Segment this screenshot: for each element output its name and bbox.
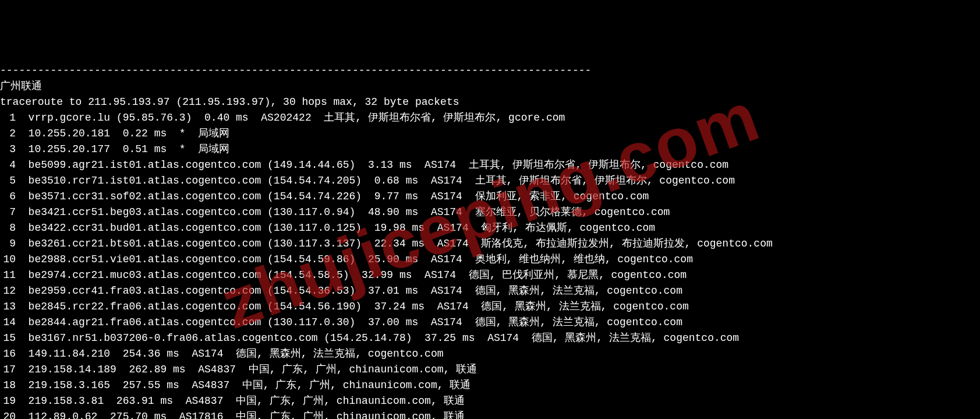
hop-detail: be3167.nr51.b037206-0.fra06.atlas.cogent… bbox=[16, 332, 739, 344]
hop-row: 10 be2988.ccr51.vie01.atlas.cogentco.com… bbox=[0, 252, 980, 267]
terminal-output: ----------------------------------------… bbox=[0, 63, 980, 419]
hop-number: 1 bbox=[0, 110, 16, 126]
hop-detail: be3421.ccr51.beg03.atlas.cogentco.com (1… bbox=[16, 206, 670, 218]
hop-detail: be5099.agr21.ist01.atlas.cogentco.com (1… bbox=[16, 159, 728, 171]
hop-row: 6 be3571.ccr31.sof02.atlas.cogentco.com … bbox=[0, 189, 980, 205]
hop-number: 15 bbox=[0, 330, 16, 346]
hop-number: 17 bbox=[0, 362, 16, 378]
hop-detail: be3510.rcr71.ist01.atlas.cogentco.com (1… bbox=[16, 175, 735, 186]
hop-row: 17 219.158.14.189 262.89 ms AS4837 中国, 广… bbox=[0, 362, 980, 378]
hop-detail: 10.255.20.177 0.51 ms * 局域网 bbox=[16, 143, 229, 155]
location-header: 广州联通 bbox=[0, 80, 42, 92]
hop-number: 8 bbox=[0, 220, 16, 236]
hop-detail: 219.158.3.81 263.91 ms AS4837 中国, 广东, 广州… bbox=[16, 395, 465, 407]
separator-line: ----------------------------------------… bbox=[0, 65, 591, 76]
hop-number: 9 bbox=[0, 236, 16, 252]
hop-row: 14 be2844.agr21.fra06.atlas.cogentco.com… bbox=[0, 315, 980, 330]
hop-number: 4 bbox=[0, 157, 16, 173]
hop-detail: be2974.ccr21.muc03.atlas.cogentco.com (1… bbox=[16, 269, 687, 281]
hop-number: 14 bbox=[0, 315, 16, 330]
hop-number: 2 bbox=[0, 126, 16, 142]
hop-number: 7 bbox=[0, 205, 16, 220]
hop-detail: be3422.ccr31.bud01.atlas.cogentco.com (1… bbox=[16, 222, 655, 234]
hop-row: 2 10.255.20.181 0.22 ms * 局域网 bbox=[0, 126, 980, 142]
hop-number: 5 bbox=[0, 173, 16, 189]
hop-detail: be2845.rcr22.fra06.atlas.cogentco.com (1… bbox=[16, 301, 689, 312]
hop-row: 1 vrrp.gcore.lu (95.85.76.3) 0.40 ms AS2… bbox=[0, 110, 980, 126]
hop-number: 11 bbox=[0, 267, 16, 283]
traceroute-header: traceroute to 211.95.193.97 (211.95.193.… bbox=[0, 96, 459, 108]
hop-row: 4 be5099.agr21.ist01.atlas.cogentco.com … bbox=[0, 157, 980, 173]
hop-row: 9 be3261.ccr21.bts01.atlas.cogentco.com … bbox=[0, 236, 980, 252]
hop-number: 6 bbox=[0, 189, 16, 205]
hop-detail: be2988.ccr51.vie01.atlas.cogentco.com (1… bbox=[16, 253, 693, 265]
hop-detail: vrrp.gcore.lu (95.85.76.3) 0.40 ms AS202… bbox=[16, 112, 565, 124]
hop-detail: 112.89.0.62 275.70 ms AS17816 中国, 广东, 广州… bbox=[16, 411, 465, 419]
hop-detail: be2959.ccr41.fra03.atlas.cogentco.com (1… bbox=[16, 285, 682, 297]
hop-row: 3 10.255.20.177 0.51 ms * 局域网 bbox=[0, 142, 980, 157]
hop-detail: be3261.ccr21.bts01.atlas.cogentco.com (1… bbox=[16, 238, 773, 249]
hop-detail: be2844.agr21.fra06.atlas.cogentco.com (1… bbox=[16, 316, 682, 328]
hop-number: 20 bbox=[0, 409, 16, 419]
hop-row: 19 219.158.3.81 263.91 ms AS4837 中国, 广东,… bbox=[0, 393, 980, 409]
hop-number: 3 bbox=[0, 142, 16, 157]
hop-row: 13 be2845.rcr22.fra06.atlas.cogentco.com… bbox=[0, 299, 980, 315]
hop-number: 18 bbox=[0, 378, 16, 393]
hop-row: 11 be2974.ccr21.muc03.atlas.cogentco.com… bbox=[0, 267, 980, 283]
hop-detail: 10.255.20.181 0.22 ms * 局域网 bbox=[16, 128, 229, 139]
hop-row: 7 be3421.ccr51.beg03.atlas.cogentco.com … bbox=[0, 205, 980, 220]
hop-row: 20 112.89.0.62 275.70 ms AS17816 中国, 广东,… bbox=[0, 409, 980, 419]
hop-detail: 219.158.14.189 262.89 ms AS4837 中国, 广东, … bbox=[16, 364, 477, 375]
hop-row: 16 149.11.84.210 254.36 ms AS174 德国, 黑森州… bbox=[0, 346, 980, 362]
hop-row: 5 be3510.rcr71.ist01.atlas.cogentco.com … bbox=[0, 173, 980, 189]
hop-number: 10 bbox=[0, 252, 16, 267]
hop-detail: 219.158.3.165 257.55 ms AS4837 中国, 广东, 广… bbox=[16, 379, 470, 391]
hop-number: 19 bbox=[0, 393, 16, 409]
hop-row: 15 be3167.nr51.b037206-0.fra06.atlas.cog… bbox=[0, 330, 980, 346]
hop-detail: be3571.ccr31.sof02.atlas.cogentco.com (1… bbox=[16, 191, 649, 202]
hop-number: 16 bbox=[0, 346, 16, 362]
hop-row: 8 be3422.ccr31.bud01.atlas.cogentco.com … bbox=[0, 220, 980, 236]
hop-number: 12 bbox=[0, 283, 16, 299]
hop-number: 13 bbox=[0, 299, 16, 315]
hop-detail: 149.11.84.210 254.36 ms AS174 德国, 黑森州, 法… bbox=[16, 348, 444, 360]
hop-row: 12 be2959.ccr41.fra03.atlas.cogentco.com… bbox=[0, 283, 980, 299]
hop-row: 18 219.158.3.165 257.55 ms AS4837 中国, 广东… bbox=[0, 378, 980, 393]
